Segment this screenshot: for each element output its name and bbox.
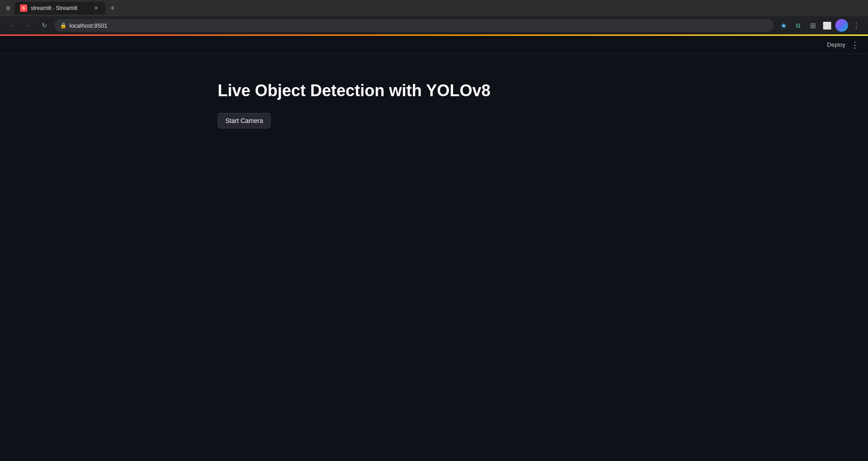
split-button[interactable]: ⬜ [821, 19, 834, 32]
tab-favicon: S [20, 5, 27, 12]
topbar-menu-icon[interactable]: ⋮ [849, 38, 861, 52]
new-tab-button[interactable]: + [106, 2, 119, 15]
page-title: Live Object Detection with YOLOv8 [218, 81, 490, 100]
browser-chrome: S streamlit · Streamlit ✕ + ← → ↻ 🔒 loca… [0, 0, 868, 36]
browser-menu-button[interactable]: ⋮ [850, 19, 863, 32]
bookmark-button[interactable]: ★ [777, 19, 790, 32]
active-tab[interactable]: S streamlit · Streamlit ✕ [15, 2, 105, 15]
profile-button[interactable] [835, 19, 848, 32]
extensions-button[interactable]: ⊞ [806, 19, 819, 32]
streamlit-topbar: Deploy ⋮ [0, 36, 868, 54]
streamlit-app: Deploy ⋮ Live Object Detection with YOLO… [0, 36, 868, 128]
url-bar[interactable]: 🔒 localhost:8501 [54, 19, 774, 32]
start-camera-button[interactable]: Start Camera [218, 113, 271, 128]
url-text: localhost:8501 [69, 22, 768, 29]
main-content: Live Object Detection with YOLOv8 Start … [0, 54, 868, 128]
tab-list-button[interactable] [4, 4, 13, 13]
forward-button[interactable]: → [22, 19, 34, 32]
back-button[interactable]: ← [5, 19, 18, 32]
deploy-button[interactable]: Deploy [824, 39, 849, 50]
address-bar: ← → ↻ 🔒 localhost:8501 ★ G ⊞ ⬜ ⋮ [0, 16, 868, 34]
lock-icon: 🔒 [60, 22, 67, 29]
grammarly-button[interactable]: G [792, 19, 805, 32]
reload-button[interactable]: ↻ [38, 19, 51, 32]
tab-close-button[interactable]: ✕ [93, 5, 100, 12]
browser-actions: ★ G ⊞ ⬜ ⋮ [777, 19, 863, 32]
tab-title: streamlit · Streamlit [31, 5, 89, 11]
tab-bar: S streamlit · Streamlit ✕ + [0, 0, 868, 16]
